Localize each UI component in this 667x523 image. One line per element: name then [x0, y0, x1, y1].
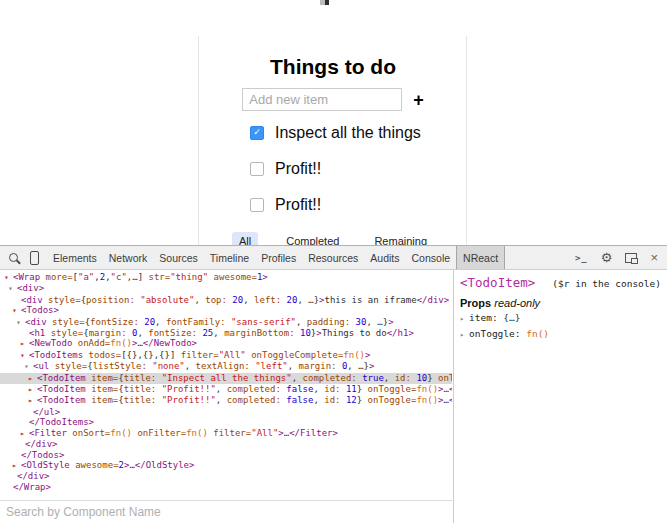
- token: ,: [384, 373, 395, 383]
- token: <ul: [33, 361, 49, 371]
- todo-checkbox[interactable]: [250, 162, 264, 176]
- selected-component-name: <TodoItem>: [460, 275, 535, 290]
- todo-item-label: Inspect all the things: [275, 124, 421, 142]
- expand-arrow-icon[interactable]: ▸: [20, 429, 29, 439]
- tree-row[interactable]: ▸<NewTodo onAdd=fn()>…</NewTodo>: [0, 338, 452, 349]
- token: 10: [300, 328, 311, 338]
- todo-checkbox[interactable]: ✓: [250, 126, 264, 140]
- token: >: [369, 361, 374, 371]
- expand-arrow-icon[interactable]: ▸: [28, 374, 37, 384]
- collapse-arrow-icon[interactable]: ▾: [24, 362, 33, 372]
- tree-row[interactable]: ▸<TodoItem item={title: "Profit!!", comp…: [0, 384, 452, 395]
- component-tree: ▾<Wrap more=["a",2,"c",…] str="thing" aw…: [0, 272, 452, 500]
- tree-row[interactable]: ▸<OldStyle awesome=2>…</OldStyle>: [0, 460, 452, 471]
- collapse-arrow-icon[interactable]: ▾: [4, 273, 13, 283]
- tab-timeline[interactable]: Timeline: [204, 246, 255, 269]
- tab-elements[interactable]: Elements: [47, 246, 103, 269]
- dock-side-icon[interactable]: [625, 253, 637, 263]
- token: ,…]: [127, 272, 143, 282]
- tab-audits[interactable]: Audits: [364, 246, 405, 269]
- token: id:: [324, 384, 346, 394]
- add-item-input[interactable]: [242, 88, 402, 111]
- expand-arrow-icon[interactable]: ▸: [20, 339, 29, 349]
- tree-row[interactable]: </Todos>: [0, 450, 452, 460]
- tab-console[interactable]: Console: [406, 246, 457, 269]
- todo-list: ✓Inspect all the thingsProfit!!Profit!!: [250, 124, 467, 213]
- token: item=: [86, 384, 119, 394]
- token: <OldStyle: [21, 460, 70, 470]
- prop-row[interactable]: ▸onToggle: fn(): [460, 328, 661, 341]
- tree-row[interactable]: </div>: [0, 471, 452, 481]
- token: true: [362, 373, 384, 383]
- close-icon[interactable]: ×: [650, 251, 658, 264]
- token: style=: [45, 328, 83, 338]
- token: onFilter=: [132, 428, 186, 438]
- add-item-button[interactable]: +: [413, 91, 424, 109]
- tree-row[interactable]: ▸<Filter onSort=fn() onFilter=fn() filte…: [0, 428, 452, 439]
- token: </TodoItems>: [29, 417, 94, 427]
- token: ,: [216, 384, 227, 394]
- tree-row[interactable]: </Wrap>: [0, 482, 452, 492]
- token: "Inspect all the things": [162, 373, 292, 383]
- prop-row[interactable]: ▸item: {…}: [460, 312, 661, 325]
- console-drawer-icon[interactable]: >_: [575, 253, 588, 263]
- tab-resources[interactable]: Resources: [302, 246, 364, 269]
- expand-arrow-icon[interactable]: ▸: [12, 461, 21, 471]
- tree-row[interactable]: </TodoItems>: [0, 417, 452, 427]
- token: 10: [416, 373, 427, 383]
- tab-nreact[interactable]: NReact: [456, 246, 505, 269]
- token: <div: [25, 317, 47, 327]
- todo-checkbox[interactable]: [250, 198, 264, 212]
- tab-network[interactable]: Network: [103, 246, 154, 269]
- token: title:: [124, 395, 162, 405]
- token: fontSize:: [90, 317, 144, 327]
- token: <Wrap: [13, 272, 40, 282]
- token: marginBottom:: [224, 328, 300, 338]
- tree-row[interactable]: ▾<TodoItems todos=[{},{},{}] filter="All…: [0, 350, 452, 361]
- device-icon[interactable]: [30, 251, 39, 265]
- tree-row[interactable]: ▾<Todos>: [0, 305, 452, 316]
- tree-row[interactable]: ▾<div>: [0, 283, 452, 294]
- tab-sources[interactable]: Sources: [153, 246, 204, 269]
- token: , …}: [366, 317, 388, 327]
- token: ,: [288, 361, 299, 371]
- token: position:: [86, 295, 140, 305]
- tree-row[interactable]: <div style={position: "absolute", top: 2…: [0, 295, 452, 305]
- token: >: [365, 350, 370, 360]
- expand-arrow-icon[interactable]: ▸: [28, 396, 37, 406]
- tab-profiles[interactable]: Profiles: [255, 246, 302, 269]
- expand-arrow-icon[interactable]: ▸: [460, 329, 469, 341]
- tree-row[interactable]: ▾<div style={fontSize: 20, fontFamily: "…: [0, 317, 452, 328]
- token: textAlign:: [196, 361, 256, 371]
- component-search-input[interactable]: [0, 501, 452, 523]
- tree-row[interactable]: </ul>: [0, 407, 452, 417]
- token: fn(): [416, 395, 438, 405]
- token: this is an iframe: [325, 295, 417, 305]
- collapse-arrow-icon[interactable]: ▾: [20, 351, 29, 361]
- collapse-arrow-icon[interactable]: ▾: [12, 306, 21, 316]
- token: 25: [202, 328, 213, 338]
- token: more=: [40, 272, 73, 282]
- token: todos=: [83, 350, 121, 360]
- expand-arrow-icon[interactable]: ▸: [28, 385, 37, 395]
- token: id:: [324, 395, 346, 405]
- props-list: ▸item: {…}▸onToggle: fn(): [460, 312, 661, 341]
- collapse-arrow-icon[interactable]: ▾: [8, 284, 17, 294]
- token: fontSize:: [148, 328, 202, 338]
- token: fn(): [416, 384, 438, 394]
- prop-key: onToggle:: [469, 328, 526, 339]
- tree-row[interactable]: </div>: [0, 439, 452, 449]
- gear-icon[interactable]: ⚙: [601, 251, 613, 264]
- tree-row[interactable]: ▾<Wrap more=["a",2,"c",…] str="thing" aw…: [0, 272, 452, 283]
- expand-arrow-icon[interactable]: ▸: [460, 313, 469, 325]
- search-icon[interactable]: [9, 253, 18, 262]
- token: <NewTodo: [29, 338, 72, 348]
- tree-row[interactable]: ▸<TodoItem item={title: "Profit!!", comp…: [0, 395, 452, 406]
- token: title:: [124, 373, 162, 383]
- todo-item: Profit!!: [250, 196, 467, 213]
- token: </ul>: [33, 407, 60, 417]
- tree-row[interactable]: ▾<ul style={listStyle: "none", textAlign…: [0, 361, 452, 372]
- collapse-arrow-icon[interactable]: ▾: [16, 318, 25, 328]
- tree-row[interactable]: <h1 style={margin: 0, fontSize: 25, marg…: [0, 328, 452, 338]
- tree-row[interactable]: ▸<TodoItem item={title: "Inspect all the…: [0, 373, 452, 384]
